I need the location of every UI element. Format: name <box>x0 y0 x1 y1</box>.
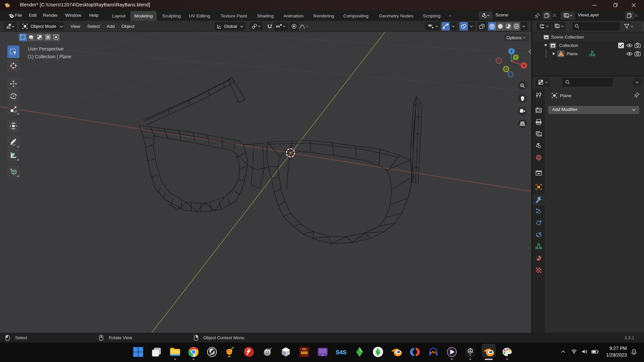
svg-text:z: z <box>633 350 635 353</box>
svg-text:S4S: S4S <box>336 349 346 356</box>
svg-text:X: X <box>523 63 525 67</box>
svg-text:Y: Y <box>515 56 517 59</box>
svg-text:Z: Z <box>511 49 513 53</box>
svg-text:MM: MM <box>301 351 308 355</box>
